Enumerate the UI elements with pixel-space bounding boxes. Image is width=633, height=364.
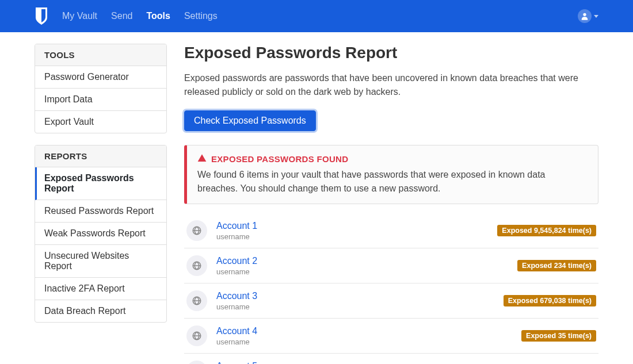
result-account-link[interactable]: Account 3 [216, 291, 494, 301]
result-account-link[interactable]: Account 4 [216, 326, 512, 336]
sidebar-item-data-breach[interactable]: Data Breach Report [35, 300, 166, 322]
result-text: Account 5username [216, 361, 516, 365]
tools-card: TOOLS Password Generator Import Data Exp… [35, 44, 167, 133]
sidebar-item-inactive-2fa[interactable]: Inactive 2FA Report [35, 278, 166, 300]
sidebar-item-reused-passwords[interactable]: Reused Passwords Report [35, 200, 166, 223]
main-content: Exposed Passwords Report Exposed passwor… [184, 44, 598, 364]
check-exposed-passwords-button[interactable]: Check Exposed Passwords [184, 110, 316, 131]
globe-icon [186, 325, 207, 346]
reports-header: REPORTS [35, 145, 166, 167]
caret-down-icon [594, 15, 598, 18]
result-username: username [216, 302, 494, 311]
navbar: My Vault Send Tools Settings [0, 0, 633, 32]
nav-send[interactable]: Send [111, 11, 132, 21]
user-avatar-icon [578, 9, 592, 23]
navbar-right [578, 9, 598, 23]
exposed-badge: Exposed 234 time(s) [517, 260, 596, 271]
result-username: username [216, 267, 508, 276]
alert-body: We found 6 items in your vault that have… [197, 168, 588, 196]
navbar-left: My Vault Send Tools Settings [35, 7, 218, 25]
sidebar-item-export-vault[interactable]: Export Vault [35, 111, 166, 133]
globe-icon [186, 255, 207, 276]
exposed-badge: Exposed 9,545,824 time(s) [497, 225, 596, 236]
globe-icon [186, 220, 207, 241]
alert-exposed-found: EXPOSED PASSWORDS FOUND We found 6 items… [184, 145, 598, 204]
result-list: Account 1usernameExposed 9,545,824 time(… [184, 213, 598, 364]
globe-icon [186, 290, 207, 311]
logo-shield-icon[interactable] [35, 7, 48, 25]
user-menu[interactable] [578, 9, 598, 23]
result-account-link[interactable]: Account 2 [216, 256, 508, 266]
sidebar: TOOLS Password Generator Import Data Exp… [35, 44, 167, 364]
result-account-link[interactable]: Account 1 [216, 221, 488, 231]
warning-triangle-icon [197, 154, 207, 164]
sidebar-item-import-data[interactable]: Import Data [35, 89, 166, 111]
result-username: username [216, 232, 488, 241]
reports-card: REPORTS Exposed Passwords Report Reused … [35, 145, 167, 323]
result-row: Account 1usernameExposed 9,545,824 time(… [184, 213, 598, 248]
alert-title: EXPOSED PASSWORDS FOUND [197, 154, 588, 164]
nav-settings[interactable]: Settings [184, 11, 218, 21]
nav-tools[interactable]: Tools [146, 11, 170, 21]
result-row: Account 2usernameExposed 234 time(s) [184, 248, 598, 283]
sidebar-item-weak-passwords[interactable]: Weak Passwords Report [35, 223, 166, 245]
result-row: Account 5usernameExposed 9 time(s) [184, 354, 598, 364]
nav-my-vault[interactable]: My Vault [62, 11, 97, 21]
result-text: Account 1username [216, 221, 488, 241]
result-row: Account 3usernameExposed 679,038 time(s) [184, 283, 598, 319]
sidebar-item-password-generator[interactable]: Password Generator [35, 66, 166, 89]
page-description: Exposed passwords are passwords that hav… [184, 71, 598, 99]
svg-point-0 [583, 13, 586, 16]
result-username: username [216, 338, 512, 346]
result-text: Account 2username [216, 256, 508, 276]
globe-icon [186, 361, 207, 364]
page-title: Exposed Passwords Report [184, 44, 598, 62]
sidebar-item-exposed-passwords[interactable]: Exposed Passwords Report [35, 167, 166, 200]
sidebar-item-unsecured-websites[interactable]: Unsecured Websites Report [35, 245, 166, 278]
result-row: Account 4usernameExposed 35 time(s) [184, 319, 598, 354]
result-text: Account 4username [216, 326, 512, 346]
tools-header: TOOLS [35, 44, 166, 66]
result-account-link[interactable]: Account 5 [216, 361, 516, 365]
container: TOOLS Password Generator Import Data Exp… [0, 32, 633, 364]
alert-title-text: EXPOSED PASSWORDS FOUND [211, 154, 348, 164]
result-text: Account 3username [216, 291, 494, 311]
exposed-badge: Exposed 35 time(s) [521, 330, 596, 342]
exposed-badge: Exposed 679,038 time(s) [504, 295, 596, 306]
